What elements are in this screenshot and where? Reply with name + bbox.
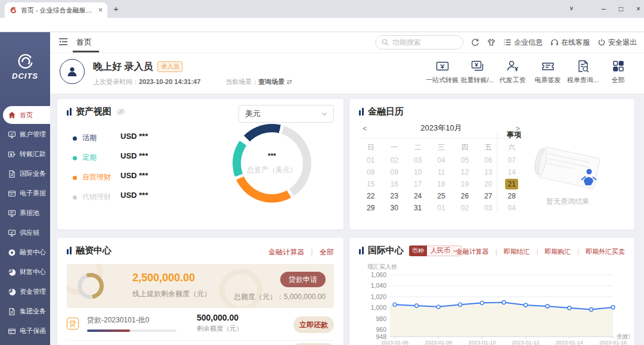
intl-link[interactable]: 即期外汇买卖: [586, 247, 625, 256]
calendar-date-cell[interactable]: 02: [382, 154, 405, 166]
sidebar-item[interactable]: 集团业务: [0, 302, 50, 321]
calendar-date-cell[interactable]: 19: [453, 178, 476, 190]
sidebar-item[interactable]: 票据池: [0, 203, 50, 223]
sidebar-item-icon: [8, 288, 16, 296]
loan-apply-button[interactable]: 贷款申请: [280, 272, 326, 287]
loan-remaining-label: 剩余额度（元）: [197, 324, 243, 333]
currency-select[interactable]: 美元: [239, 105, 334, 123]
calendar-date-cell[interactable]: 22: [359, 190, 382, 202]
calendar-date-cell[interactable]: 16: [382, 178, 405, 190]
intl-link[interactable]: 金融计算器: [456, 247, 489, 256]
sidebar-item-icon: [8, 170, 16, 178]
calendar-prev-icon[interactable]: <: [363, 124, 367, 133]
sidebar-item[interactable]: 电子保函: [0, 321, 50, 341]
sidebar-item[interactable]: 首页: [3, 106, 50, 124]
calendar-date-cell[interactable]: 02: [453, 202, 476, 214]
theme-skin-icon[interactable]: [487, 38, 496, 46]
scene-switch-icon[interactable]: ⇄: [286, 78, 292, 85]
window-menu-icon[interactable]: ∨: [569, 5, 574, 11]
repay-now-button[interactable]: 立即还款: [293, 316, 334, 333]
scene-value: 查询场景: [258, 78, 284, 85]
calendar-date-cell[interactable]: 11: [429, 166, 453, 178]
calendar-date-cell[interactable]: 29: [359, 202, 382, 214]
calendar-date-cell[interactable]: 07: [500, 154, 524, 166]
legend-label: 自营理财: [82, 172, 111, 182]
calendar-date-cell[interactable]: 24: [406, 190, 429, 202]
tab-home[interactable]: 首页: [76, 37, 92, 48]
calendar-date-cell[interactable]: 31: [406, 202, 429, 214]
financing-link[interactable]: 金融计算器: [268, 247, 304, 257]
sidebar-item[interactable]: 资金管理: [0, 282, 50, 302]
calendar-date-cell[interactable]: 18: [429, 178, 453, 190]
calendar-date-cell[interactable]: 26: [453, 190, 476, 202]
window-close-button[interactable]: ×: [636, 5, 640, 13]
calendar-date-cell[interactable]: 04: [429, 154, 453, 166]
header-link[interactable]: 在线客服: [550, 38, 590, 48]
calendar-divider: [497, 132, 497, 211]
calendar-date-cell[interactable]: 03: [406, 154, 429, 166]
calendar-date-cell[interactable]: 01: [359, 154, 382, 166]
sidebar-item[interactable]: 电子票据: [0, 184, 50, 203]
calendar-date-cell[interactable]: 21: [500, 178, 524, 190]
sidebar-item[interactable]: 融资中心: [0, 243, 50, 262]
quick-action[interactable]: 全部: [600, 58, 636, 85]
eye-off-icon[interactable]: [116, 107, 125, 116]
sidebar-item-icon: [8, 130, 16, 139]
legend-label: 定期: [82, 153, 97, 163]
sidebar-item-label: 融资中心: [20, 248, 46, 257]
calendar-date-cell[interactable]: 08: [359, 166, 382, 178]
calendar-date-cell[interactable]: 01: [429, 202, 453, 214]
intl-link[interactable]: 即期购汇: [544, 247, 571, 256]
window-maximize-button[interactable]: □: [619, 5, 623, 13]
tab-close-icon[interactable]: ×: [98, 6, 103, 14]
asset-donut-chart: *** 总资产（美元）: [233, 124, 311, 203]
sidebar-item[interactable]: 账户管理: [0, 125, 50, 144]
browser-navbar: ← → ↻ ⚠ 不安全 | 10.7.19.22:8999/fpaas_buck…: [0, 18, 644, 32]
calendar-date-cell[interactable]: 30: [382, 202, 405, 214]
weekday-label: 日: [359, 140, 382, 154]
quick-action[interactable]: 电票签发: [530, 58, 565, 85]
calendar-date-cell[interactable]: 17: [406, 178, 429, 190]
new-tab-button[interactable]: +: [113, 4, 119, 14]
calendar-date-cell[interactable]: 15: [359, 178, 382, 190]
sidebar-item[interactable]: 转账汇款: [0, 144, 50, 164]
currency-kind-select[interactable]: 币种 人民币: [409, 245, 462, 256]
svg-text:生效日期: 生效日期: [617, 333, 630, 340]
search-input[interactable]: [392, 38, 452, 46]
window-minimize-button[interactable]: –: [602, 5, 606, 13]
row-divider: [67, 340, 334, 341]
loan-progress-fill: [87, 330, 130, 332]
sidebar-item-label: 国际业务: [20, 169, 46, 178]
sidebar-item[interactable]: 财富中心: [0, 262, 50, 282]
calendar-date-cell[interactable]: 05: [453, 154, 476, 166]
calendar-date-cell[interactable]: 23: [382, 190, 405, 202]
calendar-date-cell[interactable]: 10: [406, 166, 429, 178]
header-link-icon: [550, 38, 559, 46]
sidebar-item[interactable]: 供应链: [0, 223, 50, 243]
sidebar-item[interactable]: 国际业务: [0, 164, 50, 184]
function-search[interactable]: [375, 35, 463, 49]
calendar-date-cell[interactable]: 12: [453, 166, 476, 178]
collapse-menu-icon[interactable]: [58, 38, 68, 46]
asset-view-panel: 资产视图 美元 活期 USD *** 定期 USD *** 自营理财 US: [57, 99, 343, 229]
calendar-date-cell[interactable]: 14: [500, 166, 524, 178]
quick-action[interactable]: 一站式转账: [425, 58, 460, 85]
header-link[interactable]: 安全退出: [597, 38, 637, 48]
intl-link[interactable]: 即期结汇: [503, 247, 530, 256]
app-logo: DCITS: [0, 52, 50, 80]
donut-center-value: ***: [268, 152, 276, 160]
calendar-date-cell[interactable]: 09: [382, 166, 405, 178]
calendar-date-cell[interactable]: 25: [429, 190, 453, 202]
sidebar-item-icon: [8, 268, 16, 276]
quick-action[interactable]: 税单查询...: [565, 58, 600, 85]
refresh-icon[interactable]: [471, 38, 479, 46]
quick-action[interactable]: 批量转账/...: [460, 58, 495, 85]
sidebar-item-label: 集团业务: [20, 307, 46, 316]
browser-tab[interactable]: 首页 - 企业综合金融服务平台 ×: [5, 2, 107, 18]
panel-title-icon: [359, 247, 364, 254]
svg-text:2023-01-10: 2023-01-10: [468, 340, 496, 345]
header-link[interactable]: 企业信息: [503, 38, 543, 48]
financing-link[interactable]: 全部: [320, 247, 334, 257]
greeting: 晚上好 录入员录入员: [93, 61, 182, 73]
quick-action[interactable]: 代发工资: [495, 58, 530, 85]
